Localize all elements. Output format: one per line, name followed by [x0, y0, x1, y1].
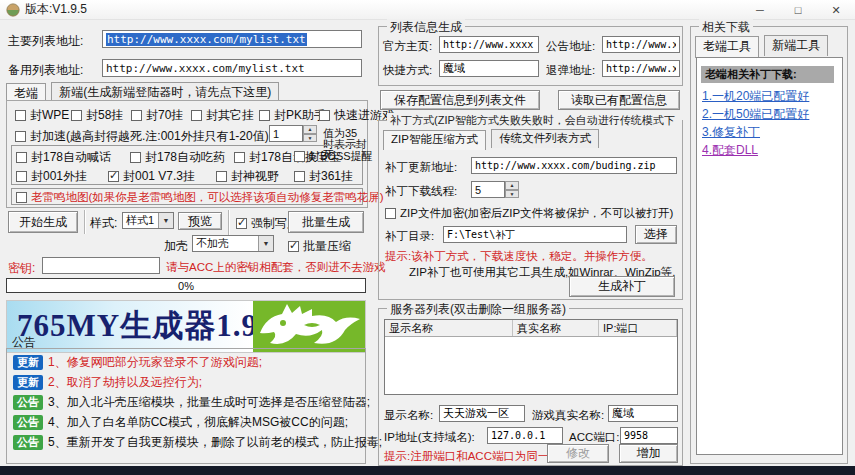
cb-label: 封58挂 [86, 107, 123, 124]
pack-label: 加壳 [164, 238, 188, 255]
save-config-button[interactable]: 保存配置信息到列表文件 [380, 90, 540, 110]
server-table-header: 显示名称 真实名称 IP:端口 [385, 320, 677, 337]
display-name-input[interactable] [439, 405, 525, 422]
tab-old-tools[interactable]: 老端工具 [695, 36, 759, 58]
cb-zip-encrypt[interactable]: ZIP文件加密(加密后ZIP文件将被保护，不可以被打开) [385, 206, 673, 221]
server-table[interactable]: 显示名称 真实名称 IP:端口 [384, 319, 678, 395]
official-home-input[interactable] [439, 36, 539, 53]
dragon-icon [253, 301, 365, 353]
cb-58[interactable]: 封58挂 [71, 107, 123, 124]
batch-generate-button[interactable]: 批量生成 [288, 211, 364, 233]
cb-70[interactable]: 封70挂 [131, 107, 183, 124]
announcement-text: 3、加入北斗壳压缩模块，批量生成时可选择是否压缩登陆器; [48, 394, 370, 411]
checkbox-icon [385, 208, 396, 219]
cb-boss-alert[interactable]: 封BOSS提醒 [294, 149, 373, 164]
col-real-name[interactable]: 真实名称 [513, 320, 599, 336]
spinner-arrows[interactable]: ▲▼ [505, 181, 519, 198]
preview-button[interactable]: 预览 [178, 212, 222, 230]
cb-178-potion[interactable]: 封178自动吃药 [130, 149, 225, 166]
start-generate-button[interactable]: 开始生成 [8, 211, 78, 233]
add-server-button[interactable]: 增加 [619, 444, 678, 463]
modify-server-button[interactable]: 修改 [547, 444, 609, 463]
real-name-label: 游戏真实名称: [532, 408, 604, 423]
spin-down-icon[interactable]: ▼ [303, 134, 317, 143]
right-column: 相关下载 老端工具 新端工具 老端相关补丁下载: 1.一机20端已配置好 2.一… [690, 20, 849, 466]
patch-dir-input[interactable] [443, 226, 627, 243]
checkbox-icon [131, 110, 142, 121]
cb-speed[interactable]: 封加速(越高封得越死.注:001外挂只有1-20值) [15, 128, 269, 145]
bounce-addr-input[interactable] [602, 60, 680, 77]
cb-wpe[interactable]: 封WPE [15, 107, 69, 124]
cb-label: 封001外挂 [31, 168, 87, 185]
announcement-row: 更新 1、修复网吧部分玩家登录不了游戏问题; [13, 354, 262, 371]
tab-legacy-mode[interactable]: 传统文件列表方式 [491, 129, 599, 148]
cb-pk-helper[interactable]: 封PK助手 [259, 107, 326, 124]
patch-tip-red: 提示:该补丁方式，下载速度快，稳定。并操作方便。 [385, 249, 653, 264]
progress-value: 0% [178, 280, 194, 292]
tab-zip-mode[interactable]: ZIP智能压缩方式 [383, 130, 486, 150]
chevron-down-icon[interactable]: ▼ [158, 213, 173, 228]
cb-001-v73[interactable]: 封001 V7.3挂 [108, 168, 195, 185]
patch-tabs: ZIP智能压缩方式 传统文件列表方式 [383, 129, 601, 149]
cb-other[interactable]: 封其它挂 [191, 107, 254, 124]
pack-select-value: 不加壳 [193, 236, 258, 251]
download-link-4[interactable]: 4.配套DLL [702, 142, 758, 159]
acc-port-input[interactable] [620, 427, 678, 444]
cb-leiming-map[interactable]: 老雷鸣地图(如果你是老雷鸣地图，可以选择该项自动修复老雷鸣花屏) [16, 190, 384, 205]
cb-label: 批量压缩 [303, 238, 351, 255]
read-config-button[interactable]: 读取已有配置信息 [558, 90, 680, 110]
backup-list-input[interactable]: http://www.xxxx.com/mylist.txt [102, 59, 362, 77]
cb-batch-compress[interactable]: 批量压缩 [288, 238, 351, 255]
download-link-2[interactable]: 2.一机50端已配置好 [702, 106, 809, 123]
choose-dir-button[interactable]: 选择 [635, 225, 677, 244]
minimize-button[interactable]: ─ [741, 0, 779, 20]
ip-input[interactable] [487, 427, 563, 444]
spin-up-icon[interactable]: ▲ [303, 125, 317, 134]
generate-patch-button[interactable]: 生成补丁 [569, 276, 675, 297]
tab-new-tools[interactable]: 新端工具 [764, 35, 828, 56]
cb-label: 封其它挂 [206, 107, 254, 124]
checkbox-icon [16, 152, 27, 163]
download-link-3[interactable]: 3.修复补丁 [702, 124, 760, 141]
cb-label: 封WPE [30, 107, 69, 124]
patch-dir-label: 补丁目录: [385, 229, 434, 244]
pack-select[interactable]: 不加壳 ▼ [192, 235, 274, 252]
patch-url-input[interactable] [471, 157, 677, 174]
cb-178-shout[interactable]: 封178自动喊话 [16, 149, 111, 166]
key-input[interactable] [42, 257, 160, 274]
checkbox-icon [15, 131, 26, 142]
maximize-button[interactable]: □ [779, 0, 817, 20]
cb-361[interactable]: 封361挂 [294, 168, 353, 185]
style-select[interactable]: 样式1 ▼ [122, 212, 174, 229]
col-ip-port[interactable]: IP:端口 [599, 320, 677, 336]
spin-down-icon[interactable]: ▼ [505, 190, 519, 199]
close-button[interactable]: ✕ [817, 0, 855, 20]
col-display-name[interactable]: 显示名称 [385, 320, 513, 336]
spinner-arrows[interactable]: ▲▼ [303, 125, 317, 142]
checkbox-checked-icon [108, 171, 119, 182]
patch-threads-spinner[interactable]: 5 ▲▼ [471, 181, 519, 198]
patch-mode-group: 补丁方式(ZIP智能方式失败失败时，会自动进行传统模式下载) ZIP智能压缩方式… [378, 120, 683, 300]
checkbox-checked-icon [236, 218, 247, 229]
middle-column: 列表信息生成 官方主页: 公告地址: 快捷方式: 退弹地址: 保存配置信息到列表… [378, 20, 684, 466]
notice-badge: 公告 [13, 435, 43, 450]
checkbox-icon [216, 171, 227, 182]
leiming-box: 老雷鸣地图(如果你是老雷鸣地图，可以选择该项自动修复老雷鸣花屏) [11, 188, 363, 205]
chevron-down-icon[interactable]: ▼ [258, 236, 273, 251]
speed-value-spinner[interactable]: 1 ▲▼ [269, 125, 317, 142]
cb-god-view[interactable]: 封神视野 [216, 168, 279, 185]
download-link-1[interactable]: 1.一机20端已配置好 [702, 88, 809, 105]
shortcut-input[interactable] [439, 60, 539, 77]
speed-value: 1 [269, 125, 303, 142]
spin-up-icon[interactable]: ▲ [505, 181, 519, 190]
real-name-input[interactable] [608, 405, 678, 422]
checkbox-icon [294, 171, 305, 182]
server-list-group: 服务器列表(双击删除一组服务器) 显示名称 真实名称 IP:端口 显示名称: 游… [378, 308, 683, 466]
checkbox-icon [294, 151, 305, 162]
cb-001[interactable]: 封001外挂 [16, 168, 87, 185]
official-home-label: 官方主页: [383, 39, 432, 54]
notice-addr-input[interactable] [602, 36, 680, 53]
checkbox-icon [234, 152, 245, 163]
key-label: 密钥: [8, 260, 35, 277]
primary-list-input[interactable]: http://www.xxxx.com/mylist.txt [102, 30, 362, 48]
